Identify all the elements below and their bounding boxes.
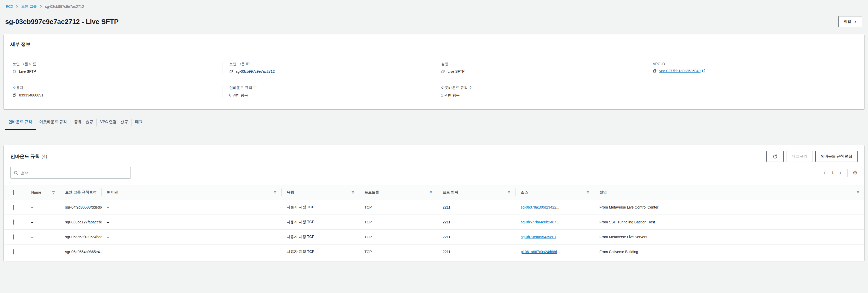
cell-port-range: 2211: [437, 230, 516, 244]
field-security-group-id: 보안 그룹 ID sg-03cb997c9e7ac2712: [222, 62, 434, 74]
tab-vpc-associations-new[interactable]: VPC 연결- 신규: [96, 115, 131, 130]
chevron-right-icon: [40, 5, 42, 8]
column-header-source[interactable]: 소스▽: [516, 185, 594, 200]
page-number[interactable]: 1: [832, 171, 834, 175]
column-header-ip-version[interactable]: IP 버전▽: [102, 185, 282, 200]
copy-icon[interactable]: [12, 69, 17, 74]
cell-description: From SSH Tunneling Bastion Host: [594, 215, 864, 230]
inbound-rules-title: 인바운드 규칙(4): [10, 153, 47, 159]
field-security-group-name: 보안 그룹 이름 Live SFTP: [10, 62, 222, 74]
cell-description: From Metaverse Live Servers: [594, 230, 864, 244]
row-checkbox[interactable]: [13, 205, 14, 210]
cell-name: –: [26, 200, 60, 215]
field-label: 보안 그룹 이름: [12, 62, 215, 66]
tab-tags[interactable]: 태그: [131, 115, 146, 130]
source-link[interactable]: sg-0b73eaa95439e01: [521, 235, 556, 239]
actions-button[interactable]: 작업 ▼: [838, 16, 862, 27]
cell-rule-id: sgr-04f2d30588fdded69: [60, 200, 102, 215]
row-checkbox[interactable]: [13, 249, 14, 255]
tab-sharing-new[interactable]: 공유- 신규: [71, 115, 97, 130]
column-label: 프로토콜: [365, 190, 379, 195]
settings-gear-icon[interactable]: ⚙: [852, 170, 858, 176]
search-input[interactable]: [21, 171, 127, 175]
column-label: 유형: [287, 190, 294, 195]
search-icon: [14, 171, 18, 175]
cell-source: pl-061a667c0a24d68d...: [516, 244, 594, 259]
filter-triangle-icon: ▽: [430, 191, 432, 194]
table-row: – sgr-05ac53f1396c4bdea – 사용자 지정 TCP TCP…: [4, 230, 864, 244]
copy-icon[interactable]: [653, 69, 657, 73]
column-label: 설명: [599, 190, 607, 195]
tab-inbound-rules[interactable]: 인바운드 규칙: [5, 115, 36, 130]
inbound-rules-count-badge: (4): [41, 154, 47, 159]
description-value: Live SFTP: [447, 69, 464, 74]
breadcrumb-link-security-groups[interactable]: 보안 그룹: [21, 4, 37, 9]
inbound-rules-table: Name▽ 보안 그룹 규칙 ID▽ IP 버전▽ 유형▽ 프로토콜▽ 포트 범…: [4, 185, 864, 259]
page: EC2 보안 그룹 sg-03cb997c9e7ac2712 sg-03cb99…: [0, 0, 868, 261]
field-empty: [646, 86, 858, 98]
next-page-button[interactable]: [838, 170, 843, 176]
cell-ip-version: –: [102, 230, 282, 244]
table-row: – sgr-033be127fabaeeb86 – 사용자 지정 TCP TCP…: [4, 215, 864, 230]
select-all-header: [4, 185, 26, 200]
row-checkbox[interactable]: [13, 219, 14, 225]
inbound-rules-card: 인바운드 규칙(4) 태그 관리 인바운드 규칙 편집 1: [4, 145, 864, 261]
vpc-id-link[interactable]: vpc-0277bb1e0c3636049: [659, 69, 706, 73]
search-box: [10, 167, 131, 179]
row-checkbox[interactable]: [13, 234, 14, 240]
column-header-port-range[interactable]: 포트 범위▽: [437, 185, 516, 200]
copy-icon[interactable]: [441, 69, 445, 74]
field-label: 보안 그룹 ID: [229, 62, 427, 66]
cell-protocol: TCP: [359, 230, 437, 244]
source-link[interactable]: pl-061a667c0a24d68d: [521, 250, 557, 254]
cell-port-range: 2211: [437, 200, 516, 215]
cell-protocol: TCP: [359, 215, 437, 230]
column-label: IP 버전: [107, 190, 119, 195]
previous-page-button[interactable]: [823, 170, 827, 176]
table-row: – sgr-06a0654b9865e4... – 사용자 지정 TCP TCP…: [4, 244, 864, 259]
tab-label: VPC 연결: [100, 120, 117, 124]
breadcrumb-link-ec2[interactable]: EC2: [6, 4, 13, 9]
field-label: 설명: [441, 62, 639, 66]
tab-suffix: - 신규: [83, 120, 93, 124]
actions-button-label: 작업: [844, 19, 851, 24]
source-link[interactable]: sg-0b577ba4e8b2487: [521, 220, 556, 224]
edit-inbound-rules-button[interactable]: 인바운드 규칙 편집: [815, 151, 858, 162]
column-header-description[interactable]: 설명▽: [594, 185, 864, 200]
cell-ip-version: –: [102, 200, 282, 215]
cell-ip-version: –: [102, 244, 282, 259]
breadcrumb-current: sg-03cb997c9e7ac2712: [45, 4, 84, 9]
field-vpc-id: VPC ID vpc-0277bb1e0c3636049: [646, 62, 858, 74]
column-label: 보안 그룹 규칙 ID: [65, 190, 94, 195]
truncation-ellipsis: ...: [556, 220, 559, 224]
cell-source: sg-0b378a100d23422...: [516, 200, 594, 215]
details-card: 세부 정보 보안 그룹 이름 Live SFTP 보안 그룹 ID sg-03c…: [4, 34, 864, 109]
cell-type: 사용자 지정 TCP: [282, 215, 359, 230]
select-all-checkbox[interactable]: [13, 190, 14, 195]
cell-protocol: TCP: [359, 200, 437, 215]
column-header-rule-id[interactable]: 보안 그룹 규칙 ID▽: [60, 185, 102, 200]
cell-rule-id: sgr-06a0654b9865e4...: [60, 244, 102, 259]
caret-down-icon: ▼: [854, 20, 857, 23]
pagination: 1 ⚙: [823, 169, 858, 177]
field-label: VPC ID: [653, 62, 851, 66]
tab-outbound-rules[interactable]: 아웃바운드 규칙: [36, 115, 71, 130]
security-group-name-value: Live SFTP: [19, 69, 36, 74]
column-label: 소스: [521, 190, 528, 195]
tab-label: 공유: [74, 120, 82, 124]
copy-icon[interactable]: [229, 69, 233, 74]
cell-rule-id: sgr-033be127fabaeeb86: [60, 215, 102, 230]
tab-bar: 인바운드 규칙 아웃바운드 규칙 공유- 신규 VPC 연결- 신규 태그: [4, 115, 864, 130]
truncation-ellipsis: ...: [556, 235, 559, 239]
manage-tags-button[interactable]: 태그 관리: [786, 151, 813, 162]
column-header-protocol[interactable]: 프로토콜▽: [359, 185, 437, 200]
field-inbound-rules-count: 인바운드 규칙 수 6 권한 항목: [222, 86, 434, 98]
copy-icon[interactable]: [12, 93, 17, 97]
column-header-type[interactable]: 유형▽: [282, 185, 359, 200]
refresh-button[interactable]: [766, 151, 784, 162]
column-header-name[interactable]: Name▽: [26, 185, 60, 200]
filter-triangle-icon: ▽: [94, 191, 96, 194]
source-link[interactable]: sg-0b378a100d23422: [521, 205, 556, 209]
breadcrumb: EC2 보안 그룹 sg-03cb997c9e7ac2712: [4, 4, 864, 9]
cell-name: –: [26, 215, 60, 230]
